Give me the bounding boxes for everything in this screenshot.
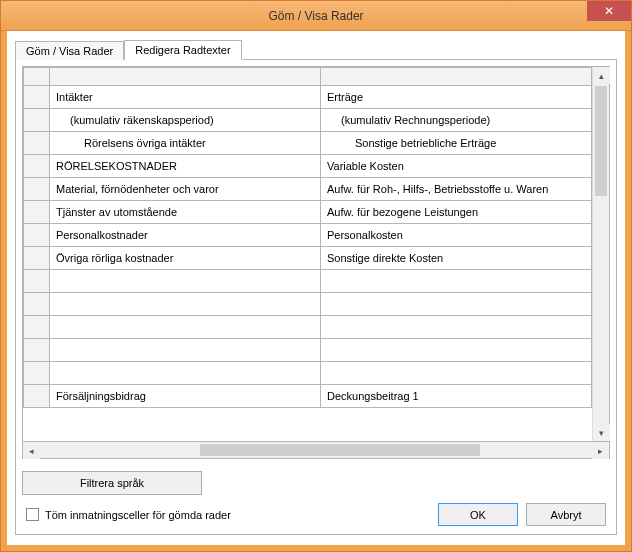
cell-text: Erträge [321,88,591,106]
table-row[interactable]: IntäkterErträge [24,86,592,109]
scroll-track[interactable] [40,442,592,458]
cell-left[interactable] [50,293,321,316]
cell-right[interactable]: Aufw. für bezogene Leistungen [321,201,592,224]
cell-left[interactable]: RÖRELSEKOSTNADER [50,155,321,178]
cell-left[interactable]: Försäljningsbidrag [50,385,321,408]
cell-right[interactable]: Variable Kosten [321,155,592,178]
scroll-track[interactable] [593,84,609,424]
cell-text [50,301,320,307]
clear-hidden-cells-checkbox[interactable]: Töm inmatningsceller för gömda rader [26,508,231,521]
cell-left[interactable]: Material, förnödenheter och varor [50,178,321,201]
cell-text [321,324,591,330]
tab-hide-show-rows[interactable]: Göm / Visa Rader [15,41,124,60]
row-header[interactable] [24,132,50,155]
cell-left[interactable] [50,270,321,293]
cell-right[interactable]: Personalkosten [321,224,592,247]
table-row[interactable]: Material, förnödenheter och varorAufw. f… [24,178,592,201]
tab-edit-row-texts[interactable]: Redigera Radtexter [124,40,241,60]
cell-text: Tjänster av utomstående [50,203,320,221]
row-header[interactable] [24,362,50,385]
window-title: Göm / Visa Rader [1,9,631,23]
table-row[interactable] [24,339,592,362]
cell-left[interactable]: Rörelsens övriga intäkter [50,132,321,155]
cell-right[interactable]: Erträge [321,86,592,109]
column-header[interactable] [321,68,592,86]
close-button[interactable]: ✕ [587,1,631,21]
table-row[interactable] [24,293,592,316]
dialog-footer: Töm inmatningsceller för gömda rader OK … [22,495,610,526]
data-grid[interactable]: IntäkterErträge(kumulativ räkenskapsperi… [23,67,592,408]
cell-right[interactable] [321,339,592,362]
scroll-right-arrow-icon[interactable]: ▸ [592,442,609,459]
cell-left[interactable]: Intäkter [50,86,321,109]
cell-right[interactable]: (kumulativ Rechnungsperiode) [321,109,592,132]
client-area: Göm / Visa Rader Redigera Radtexter [1,31,631,551]
grid-scroll: IntäkterErträge(kumulativ räkenskapsperi… [22,66,610,442]
cell-text [50,370,320,376]
table-row[interactable] [24,316,592,339]
row-header[interactable] [24,155,50,178]
grid-body: IntäkterErträge(kumulativ räkenskapsperi… [23,67,592,441]
filter-language-button[interactable]: Filtrera språk [22,471,202,495]
table-row[interactable] [24,362,592,385]
cancel-button[interactable]: Avbryt [526,503,606,526]
cell-left[interactable] [50,339,321,362]
horizontal-scrollbar[interactable]: ◂ ▸ [22,442,610,459]
cell-text: Personalkostnader [50,226,320,244]
scroll-up-arrow-icon[interactable]: ▴ [593,67,610,84]
cell-text [321,301,591,307]
row-header[interactable] [24,224,50,247]
row-header[interactable] [24,270,50,293]
cell-left[interactable] [50,362,321,385]
button-label: OK [470,509,486,521]
row-header[interactable] [24,109,50,132]
cell-right[interactable] [321,293,592,316]
table-row[interactable]: Övriga rörliga kostnaderSonstige direkte… [24,247,592,270]
row-header[interactable] [24,339,50,362]
checkbox-box[interactable] [26,508,39,521]
cell-right[interactable]: Deckungsbeitrag 1 [321,385,592,408]
cell-right[interactable]: Sonstige direkte Kosten [321,247,592,270]
table-row[interactable]: Rörelsens övriga intäkterSonstige betrie… [24,132,592,155]
table-row[interactable]: FörsäljningsbidragDeckungsbeitrag 1 [24,385,592,408]
scroll-left-arrow-icon[interactable]: ◂ [23,442,40,459]
scroll-down-arrow-icon[interactable]: ▾ [593,424,610,441]
row-header[interactable] [24,316,50,339]
cell-right[interactable] [321,270,592,293]
scroll-thumb[interactable] [200,444,480,456]
grid-wrap: IntäkterErträge(kumulativ räkenskapsperi… [22,66,610,495]
cell-right[interactable] [321,362,592,385]
vertical-scrollbar[interactable]: ▴ ▾ [592,67,609,441]
cell-text: Aufw. für bezogene Leistungen [321,203,591,221]
cell-text [321,370,591,376]
row-header[interactable] [24,201,50,224]
cell-left[interactable]: Tjänster av utomstående [50,201,321,224]
table-row[interactable]: Tjänster av utomståendeAufw. für bezogen… [24,201,592,224]
cell-right[interactable]: Sonstige betriebliche Erträge [321,132,592,155]
cell-text: Sonstige direkte Kosten [321,249,591,267]
cell-left[interactable] [50,316,321,339]
cell-text: Personalkosten [321,226,591,244]
row-header[interactable] [24,178,50,201]
table-row[interactable]: RÖRELSEKOSTNADERVariable Kosten [24,155,592,178]
column-header[interactable] [50,68,321,86]
table-row[interactable]: PersonalkostnaderPersonalkosten [24,224,592,247]
table-row[interactable]: (kumulativ räkenskapsperiod)(kumulativ R… [24,109,592,132]
row-header[interactable] [24,293,50,316]
cell-text: Sonstige betriebliche Erträge [321,134,591,152]
cell-text: Aufw. für Roh-, Hilfs-, Betriebsstoffe u… [321,180,591,198]
cell-left[interactable]: Personalkostnader [50,224,321,247]
scroll-thumb[interactable] [595,86,607,196]
cell-right[interactable]: Aufw. für Roh-, Hilfs-, Betriebsstoffe u… [321,178,592,201]
ok-button[interactable]: OK [438,503,518,526]
row-header[interactable] [24,86,50,109]
table-row[interactable] [24,270,592,293]
cell-left[interactable]: Övriga rörliga kostnader [50,247,321,270]
button-label: Filtrera språk [80,477,144,489]
row-header[interactable] [24,247,50,270]
column-header-row [24,68,592,86]
cell-right[interactable] [321,316,592,339]
cell-left[interactable]: (kumulativ räkenskapsperiod) [50,109,321,132]
titlebar[interactable]: Göm / Visa Rader ✕ [1,1,631,31]
row-header[interactable] [24,385,50,408]
